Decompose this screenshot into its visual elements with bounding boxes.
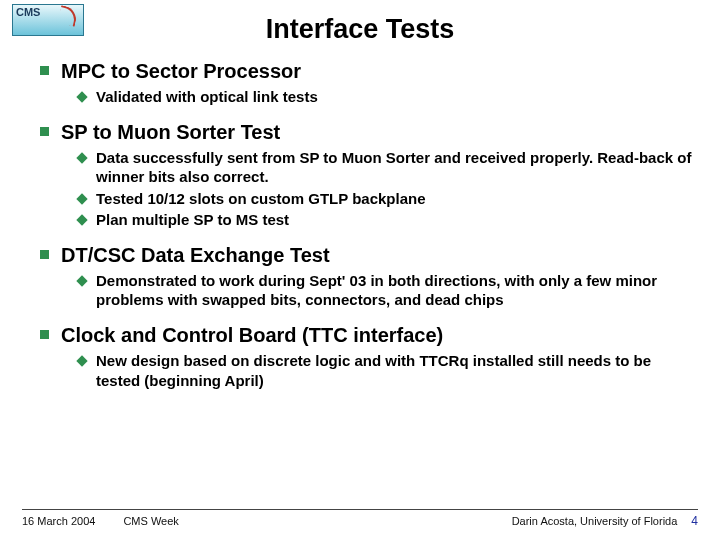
bullet-list: New design based on discrete logic and w… xyxy=(40,347,692,397)
list-item: New design based on discrete logic and w… xyxy=(78,351,692,389)
footer-affiliation: Darin Acosta, University of Florida xyxy=(512,515,678,527)
bullet-list: Validated with optical link tests xyxy=(40,83,692,114)
diamond-bullet-icon xyxy=(76,193,87,204)
slide-title: Interface Tests xyxy=(0,0,720,45)
logo-text: CMS xyxy=(16,6,40,18)
square-bullet-icon xyxy=(40,66,49,75)
logo-swoosh-icon xyxy=(57,5,79,27)
square-bullet-icon xyxy=(40,127,49,136)
slide-body: MPC to Sector Processor Validated with o… xyxy=(0,45,720,398)
section: DT/CSC Data Exchange Test Demonstrated t… xyxy=(40,243,692,317)
footer-page-number: 4 xyxy=(691,514,698,528)
bullet-list: Data successfully sent from SP to Muon S… xyxy=(40,144,692,237)
list-item: Demonstrated to work during Sept' 03 in … xyxy=(78,271,692,309)
square-bullet-icon xyxy=(40,250,49,259)
cms-logo: CMS xyxy=(12,4,84,36)
slide-footer: 16 March 2004 CMS Week Darin Acosta, Uni… xyxy=(22,509,698,528)
section-heading: DT/CSC Data Exchange Test xyxy=(61,243,330,267)
diamond-bullet-icon xyxy=(76,91,87,102)
bullet-text: New design based on discrete logic and w… xyxy=(96,351,692,389)
diamond-bullet-icon xyxy=(76,153,87,164)
section-list: MPC to Sector Processor Validated with o… xyxy=(40,59,692,398)
bullet-text: Validated with optical link tests xyxy=(96,87,318,106)
section-heading: MPC to Sector Processor xyxy=(61,59,301,83)
list-item: Data successfully sent from SP to Muon S… xyxy=(78,148,692,186)
section: MPC to Sector Processor Validated with o… xyxy=(40,59,692,114)
section-heading: Clock and Control Board (TTC interface) xyxy=(61,323,443,347)
bullet-text: Data successfully sent from SP to Muon S… xyxy=(96,148,692,186)
bullet-text: Tested 10/12 slots on custom GTLP backpl… xyxy=(96,189,426,208)
list-item: Validated with optical link tests xyxy=(78,87,692,106)
section: Clock and Control Board (TTC interface) … xyxy=(40,323,692,397)
diamond-bullet-icon xyxy=(76,356,87,367)
bullet-text: Plan multiple SP to MS test xyxy=(96,210,289,229)
footer-date: 16 March 2004 xyxy=(22,515,95,527)
square-bullet-icon xyxy=(40,330,49,339)
diamond-bullet-icon xyxy=(76,214,87,225)
list-item: Tested 10/12 slots on custom GTLP backpl… xyxy=(78,189,692,208)
footer-event: CMS Week xyxy=(123,515,178,527)
bullet-list: Demonstrated to work during Sept' 03 in … xyxy=(40,267,692,317)
list-item: Plan multiple SP to MS test xyxy=(78,210,692,229)
diamond-bullet-icon xyxy=(76,275,87,286)
section: SP to Muon Sorter Test Data successfully… xyxy=(40,120,692,237)
bullet-text: Demonstrated to work during Sept' 03 in … xyxy=(96,271,692,309)
section-heading: SP to Muon Sorter Test xyxy=(61,120,280,144)
